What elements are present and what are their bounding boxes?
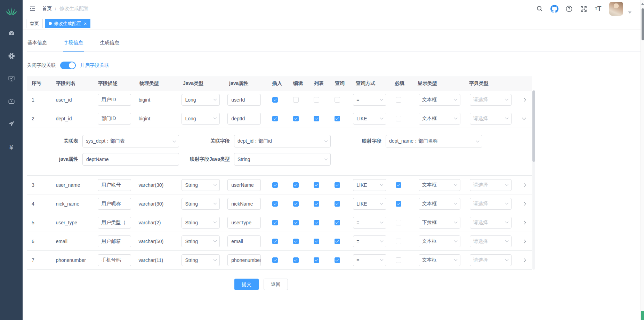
avatar-caret-down-icon[interactable] <box>628 11 631 14</box>
expand-row-toggle[interactable] <box>520 238 528 245</box>
java-attr-input[interactable]: phonenumber <box>227 254 261 266</box>
required-checkbox[interactable] <box>396 201 401 207</box>
submit-button[interactable]: 提交 <box>234 279 259 290</box>
table-scrollbar-thumb[interactable] <box>532 90 535 162</box>
list-checkbox[interactable] <box>314 257 319 263</box>
query-checkbox[interactable] <box>335 239 340 244</box>
help-icon[interactable] <box>563 3 574 15</box>
menu-fold-icon[interactable] <box>29 5 36 12</box>
dict-type-select[interactable]: 请选择 <box>470 254 512 266</box>
display-type-select[interactable]: 文本框 <box>419 113 460 125</box>
java-attr-input[interactable]: userId <box>227 94 261 106</box>
query-mode-select[interactable]: LIKE <box>353 198 386 210</box>
required-checkbox[interactable] <box>396 239 401 244</box>
font-size-icon[interactable]: TT <box>593 3 604 15</box>
required-checkbox[interactable] <box>396 116 401 121</box>
required-checkbox[interactable] <box>396 182 401 188</box>
breadcrumb-home[interactable]: 首页 <box>42 6 52 12</box>
query-checkbox[interactable] <box>335 201 340 207</box>
relation-toggle-on-label[interactable]: 开启字段关联 <box>80 62 109 69</box>
edit-checkbox[interactable] <box>293 201 299 207</box>
sidebar-item-guide[interactable] <box>0 113 23 136</box>
relation-toggle-switch[interactable] <box>60 62 76 69</box>
tag-home[interactable]: 首页 <box>26 19 43 28</box>
required-checkbox[interactable] <box>396 257 401 263</box>
expand-row-toggle[interactable] <box>520 200 528 208</box>
user-avatar[interactable] <box>609 2 623 16</box>
display-type-select[interactable]: 下拉框 <box>419 217 460 229</box>
table-scrollbar-track[interactable] <box>532 90 535 270</box>
sidebar-item-system[interactable] <box>0 45 23 68</box>
insert-checkbox[interactable] <box>272 257 278 263</box>
edit-checkbox[interactable] <box>293 116 299 121</box>
query-mode-select[interactable]: = <box>353 94 386 106</box>
fullscreen-icon[interactable] <box>578 3 589 15</box>
tag-close-icon[interactable]: × <box>84 21 87 26</box>
java-type-select[interactable]: String <box>182 198 220 210</box>
query-mode-select[interactable]: LIKE <box>353 113 386 125</box>
relation-java-attr-input[interactable]: deptName <box>82 153 179 166</box>
search-icon[interactable] <box>534 3 545 15</box>
description-input[interactable]: 部门ID <box>98 113 131 125</box>
insert-checkbox[interactable] <box>272 182 278 188</box>
insert-checkbox[interactable] <box>272 239 278 244</box>
mapping-field-select[interactable]: dept_name：部门名称 <box>386 135 482 147</box>
sidebar-item-dashboard[interactable] <box>0 23 23 45</box>
page-scrollbar-track[interactable] <box>641 0 644 320</box>
java-attr-input[interactable]: deptId <box>227 113 261 125</box>
list-checkbox[interactable] <box>314 220 319 225</box>
java-attr-input[interactable]: userName <box>227 179 261 191</box>
dict-type-select[interactable]: 请选择 <box>470 179 512 191</box>
page-scrollbar-thumb[interactable] <box>642 8 644 40</box>
sidebar-item-tools[interactable] <box>0 90 23 113</box>
tab-field-info[interactable]: 字段信息 <box>63 38 84 51</box>
expand-row-toggle[interactable] <box>520 219 528 226</box>
relation-table-select[interactable]: sys_dept：部门表 <box>82 135 179 147</box>
description-input[interactable]: 手机号码 <box>98 254 131 266</box>
sidebar-item-pay[interactable]: ¥ <box>0 136 23 158</box>
insert-checkbox[interactable] <box>272 201 278 207</box>
java-attr-input[interactable]: userType <box>227 217 261 229</box>
insert-checkbox[interactable] <box>272 116 278 121</box>
required-checkbox[interactable] <box>396 97 401 103</box>
query-checkbox[interactable] <box>335 257 340 263</box>
edit-checkbox[interactable] <box>293 220 299 225</box>
description-input[interactable]: 用户账号 <box>98 179 131 191</box>
query-mode-select[interactable]: LIKE <box>353 179 386 191</box>
display-type-select[interactable]: 文本框 <box>419 94 460 106</box>
description-input[interactable]: 用户昵称 <box>98 198 131 210</box>
scrollbar-up-arrow-icon[interactable] <box>641 3 644 5</box>
dict-type-select[interactable]: 请选择 <box>470 94 512 106</box>
java-type-select[interactable]: Long <box>182 113 220 125</box>
list-checkbox[interactable] <box>314 182 319 188</box>
tag-current-page[interactable]: 修改生成配置 × <box>45 19 90 28</box>
sidebar-item-monitor[interactable] <box>0 68 23 90</box>
insert-checkbox[interactable] <box>272 220 278 225</box>
query-checkbox[interactable] <box>335 220 340 225</box>
display-type-select[interactable]: 文本框 <box>419 235 460 247</box>
query-checkbox[interactable] <box>335 97 340 103</box>
display-type-select[interactable]: 文本框 <box>419 198 460 210</box>
dict-type-select[interactable]: 请选择 <box>470 198 512 210</box>
list-checkbox[interactable] <box>314 116 319 121</box>
query-mode-select[interactable]: = <box>353 235 386 247</box>
expand-row-toggle[interactable] <box>520 181 528 189</box>
edit-checkbox[interactable] <box>293 97 299 103</box>
list-checkbox[interactable] <box>314 97 319 103</box>
list-checkbox[interactable] <box>314 201 319 207</box>
tab-basic-info[interactable]: 基本信息 <box>27 38 48 51</box>
insert-checkbox[interactable] <box>272 97 278 103</box>
description-input[interactable]: 用户类型（ <box>98 217 131 229</box>
github-icon[interactable] <box>549 3 560 15</box>
dict-type-select[interactable]: 请选择 <box>470 235 512 247</box>
java-type-select[interactable]: String <box>182 217 220 229</box>
relation-field-select[interactable]: dept_id：部门id <box>234 135 331 147</box>
expand-row-toggle[interactable] <box>520 96 528 104</box>
display-type-select[interactable]: 文本框 <box>419 254 460 266</box>
dict-type-select[interactable]: 请选择 <box>470 113 512 125</box>
query-checkbox[interactable] <box>335 116 340 121</box>
expand-row-toggle[interactable] <box>520 115 528 122</box>
mapping-java-type-select[interactable]: String <box>234 153 331 166</box>
dict-type-select[interactable]: 请选择 <box>470 217 512 229</box>
java-attr-input[interactable]: nickName <box>227 198 261 210</box>
